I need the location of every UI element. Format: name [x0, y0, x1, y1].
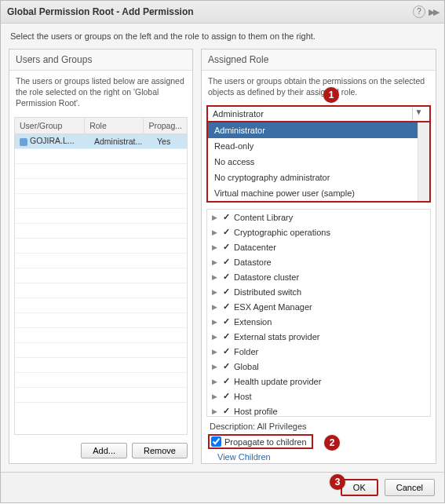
table-row[interactable] [15, 388, 187, 403]
expand-icon[interactable]: ▶ [212, 228, 220, 236]
role-option[interactable]: No cryptography administrator [208, 170, 429, 185]
privilege-item[interactable]: ▶✓Datastore cluster [207, 269, 430, 284]
privilege-item[interactable]: ▶✓ESX Agent Manager [207, 299, 430, 314]
check-icon: ✓ [223, 272, 231, 282]
expand-icon[interactable]: ▶ [212, 243, 220, 251]
privilege-item[interactable]: ▶✓Cryptographic operations [207, 225, 430, 239]
privilege-item[interactable]: ▶✓Distributed switch [207, 284, 430, 299]
table-row[interactable] [15, 179, 187, 194]
privilege-item[interactable]: ▶✓Folder [207, 344, 430, 359]
expand-icon[interactable]: ▶ [212, 363, 220, 371]
propagate-checkbox[interactable] [211, 436, 221, 447]
expand-icon[interactable]: ▶ [212, 407, 220, 415]
expand-icon[interactable]: ▶ [212, 318, 220, 326]
check-icon: ✓ [223, 376, 231, 386]
propagate-wrap: Propagate to children [208, 434, 313, 449]
role-select[interactable]: Administrator ▼ [206, 105, 431, 122]
table-row[interactable] [15, 254, 187, 268]
expand-icon[interactable]: ▶ [212, 303, 220, 311]
expand-icon[interactable]: ▶ [212, 273, 220, 281]
privilege-list[interactable]: ▶✓Content Library▶✓Cryptographic operati… [206, 209, 431, 417]
expand-icon[interactable]: ▶ [212, 258, 220, 266]
table-row[interactable] [15, 194, 187, 209]
table-row[interactable] [15, 239, 187, 254]
privilege-label: Global [234, 362, 259, 371]
check-icon: ✓ [223, 406, 231, 416]
assigned-role-title: Assigned Role [202, 49, 436, 71]
intro-text: Select the users or groups on the left a… [1, 24, 444, 49]
check-icon: ✓ [223, 301, 231, 312]
privilege-label: Distributed switch [234, 287, 301, 297]
expand-icon[interactable]: ▶ [212, 348, 220, 356]
table-row[interactable] [15, 358, 187, 373]
table-row[interactable] [15, 209, 187, 224]
privilege-label: External stats provider [234, 332, 319, 341]
privilege-label: Datastore [234, 257, 272, 267]
remove-button[interactable]: Remove [132, 443, 188, 458]
table-row[interactable] [15, 164, 187, 179]
privilege-label: Host [234, 392, 252, 401]
privilege-item[interactable]: ▶✓Host profile [207, 404, 430, 417]
privilege-label: Folder [234, 347, 258, 356]
dropdown-scrollbar[interactable] [418, 122, 429, 201]
help-icon[interactable]: ? [413, 5, 425, 18]
privilege-item[interactable]: ▶✓Extension [207, 314, 430, 329]
privilege-label: ESX Agent Manager [234, 302, 312, 312]
callout-1: 1 [323, 87, 339, 103]
table-row[interactable] [15, 283, 187, 298]
role-select-value: Administrator [213, 109, 264, 119]
table-body: GOJIRA.L...Administrat...Yes [15, 134, 187, 405]
role-dropdown: AdministratorRead-onlyNo accessNo crypto… [206, 122, 431, 203]
cancel-button[interactable]: Cancel [385, 479, 435, 496]
expand-icon[interactable]: ▶ [212, 393, 220, 400]
table-header: User/Group Role Propag... [15, 118, 187, 134]
chevron-down-icon: ▼ [412, 108, 425, 120]
check-icon: ✓ [223, 257, 231, 267]
table-row[interactable] [15, 328, 187, 343]
expand-icon[interactable]: ▶ [212, 333, 220, 341]
expand-icon[interactable]: ▶ [212, 378, 220, 385]
header-propagate[interactable]: Propag... [144, 118, 187, 133]
description-row: Description: All Privileges [202, 420, 436, 433]
table-row[interactable] [15, 298, 187, 313]
role-option[interactable]: Administrator [208, 122, 429, 138]
privilege-label: Extension [234, 317, 272, 327]
privilege-label: Host profile [234, 407, 278, 416]
users-groups-desc: The users or groups listed below are ass… [9, 71, 192, 114]
privilege-item[interactable]: ▶✓Datastore [207, 254, 430, 269]
privilege-item[interactable]: ▶✓Global [207, 359, 430, 374]
table-row[interactable] [15, 343, 187, 358]
add-permission-dialog: Global Permission Root - Add Permission … [0, 0, 445, 503]
assigned-role-panel: 1 2 Assigned Role The users or groups ob… [201, 49, 436, 464]
nav-icon[interactable]: ▶▶ [429, 7, 438, 17]
table-row[interactable] [15, 224, 187, 239]
privilege-label: Datastore cluster [234, 272, 299, 282]
privilege-item[interactable]: ▶✓Content Library [207, 210, 430, 225]
propagate-label: Propagate to children [224, 437, 307, 447]
role-option[interactable]: Virtual machine power user (sample) [208, 185, 429, 201]
privilege-item[interactable]: ▶✓External stats provider [207, 329, 430, 344]
privilege-item[interactable]: ▶✓Datacenter [207, 239, 430, 254]
title-bar: Global Permission Root - Add Permission … [1, 1, 444, 24]
left-button-row: Add... Remove [9, 438, 192, 463]
view-children-link[interactable]: View Children [202, 451, 436, 463]
check-icon: ✓ [223, 212, 231, 222]
privilege-item[interactable]: ▶✓Health update provider [207, 374, 430, 389]
table-row[interactable] [15, 149, 187, 164]
check-icon: ✓ [223, 391, 231, 401]
user-icon [20, 138, 27, 146]
table-row[interactable] [15, 373, 187, 388]
header-role[interactable]: Role [85, 118, 144, 133]
expand-icon[interactable]: ▶ [212, 288, 220, 296]
add-button[interactable]: Add... [81, 443, 127, 458]
table-row[interactable] [15, 313, 187, 328]
expand-icon[interactable]: ▶ [212, 214, 220, 221]
table-row[interactable] [15, 268, 187, 283]
ok-button[interactable]: OK [341, 479, 378, 496]
check-icon: ✓ [223, 227, 231, 237]
role-option[interactable]: Read-only [208, 138, 429, 154]
privilege-item[interactable]: ▶✓Host [207, 389, 430, 404]
table-row[interactable]: GOJIRA.L...Administrat...Yes [15, 134, 187, 149]
role-option[interactable]: No access [208, 154, 429, 170]
header-user-group[interactable]: User/Group [15, 118, 85, 133]
